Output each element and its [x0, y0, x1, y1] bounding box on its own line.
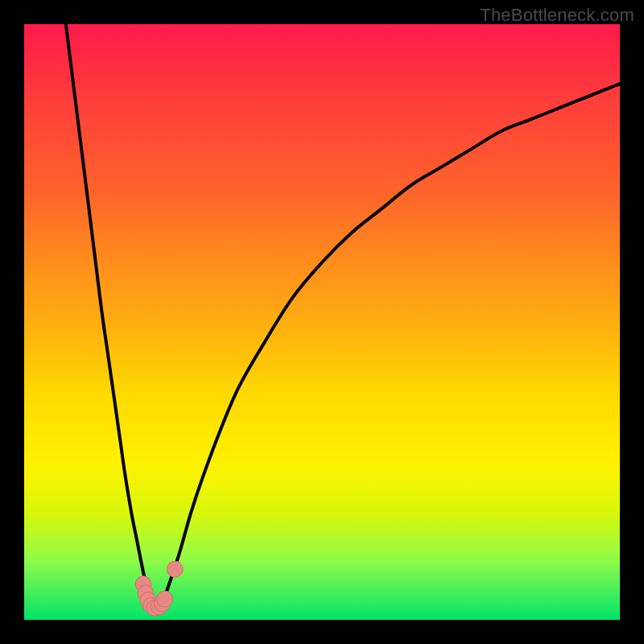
curve-right-branch: [161, 84, 620, 608]
chart-frame: TheBottleneck.com: [0, 0, 644, 644]
data-marker: [157, 591, 173, 607]
watermark-text: TheBottleneck.com: [480, 5, 634, 26]
data-marker: [167, 561, 183, 577]
curve-left-branch: [66, 24, 152, 608]
chart-svg: [24, 24, 620, 620]
plot-area: [24, 24, 620, 620]
